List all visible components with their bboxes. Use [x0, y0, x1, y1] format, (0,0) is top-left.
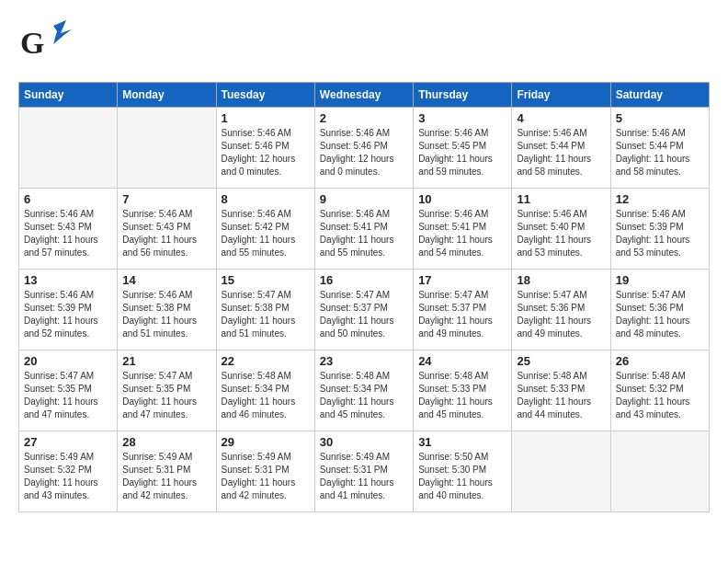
week-row-1: 6Sunrise: 5:46 AMSunset: 5:43 PMDaylight…: [19, 189, 710, 270]
calendar-cell: 2Sunrise: 5:46 AMSunset: 5:46 PMDaylight…: [314, 108, 413, 189]
day-number: 1: [222, 111, 310, 125]
calendar-cell: 8Sunrise: 5:46 AMSunset: 5:42 PMDaylight…: [216, 189, 314, 270]
calendar-cell: [118, 108, 216, 189]
weekday-header-wednesday: Wednesday: [314, 83, 413, 108]
calendar-cell: [610, 431, 709, 512]
day-info: Sunrise: 5:46 AMSunset: 5:41 PMDaylight:…: [418, 208, 506, 259]
day-number: 16: [320, 273, 408, 287]
day-info: Sunrise: 5:46 AMSunset: 5:39 PMDaylight:…: [24, 289, 112, 340]
calendar-cell: 17Sunrise: 5:47 AMSunset: 5:37 PMDayligh…: [414, 270, 512, 350]
calendar-cell: 26Sunrise: 5:48 AMSunset: 5:32 PMDayligh…: [610, 350, 709, 431]
day-info: Sunrise: 5:47 AMSunset: 5:35 PMDaylight:…: [24, 370, 112, 421]
calendar-cell: 18Sunrise: 5:47 AMSunset: 5:36 PMDayligh…: [512, 270, 610, 350]
day-info: Sunrise: 5:46 AMSunset: 5:43 PMDaylight:…: [122, 208, 210, 259]
day-info: Sunrise: 5:46 AMSunset: 5:46 PMDaylight:…: [222, 127, 310, 178]
day-info: Sunrise: 5:48 AMSunset: 5:32 PMDaylight:…: [616, 370, 704, 421]
day-number: 18: [517, 273, 605, 287]
day-info: Sunrise: 5:47 AMSunset: 5:37 PMDaylight:…: [418, 289, 506, 340]
weekday-header-row: SundayMondayTuesdayWednesdayThursdayFrid…: [19, 83, 710, 108]
day-number: 25: [517, 354, 605, 368]
logo-icon: G: [18, 18, 74, 69]
day-info: Sunrise: 5:47 AMSunset: 5:35 PMDaylight:…: [122, 370, 210, 421]
day-info: Sunrise: 5:46 AMSunset: 5:45 PMDaylight:…: [418, 127, 506, 178]
logo: G: [18, 18, 77, 73]
day-info: Sunrise: 5:48 AMSunset: 5:33 PMDaylight:…: [418, 370, 506, 421]
calendar-cell: 23Sunrise: 5:48 AMSunset: 5:34 PMDayligh…: [314, 350, 413, 431]
calendar-cell: 30Sunrise: 5:49 AMSunset: 5:31 PMDayligh…: [314, 431, 413, 512]
calendar-cell: 13Sunrise: 5:46 AMSunset: 5:39 PMDayligh…: [19, 270, 118, 350]
day-info: Sunrise: 5:47 AMSunset: 5:36 PMDaylight:…: [616, 289, 704, 340]
day-info: Sunrise: 5:46 AMSunset: 5:43 PMDaylight:…: [24, 208, 112, 259]
calendar-cell: 12Sunrise: 5:46 AMSunset: 5:39 PMDayligh…: [610, 189, 709, 270]
calendar-table: SundayMondayTuesdayWednesdayThursdayFrid…: [18, 82, 710, 512]
calendar-cell: 29Sunrise: 5:49 AMSunset: 5:31 PMDayligh…: [216, 431, 314, 512]
day-number: 7: [122, 192, 210, 206]
day-number: 17: [418, 273, 506, 287]
day-info: Sunrise: 5:49 AMSunset: 5:32 PMDaylight:…: [24, 451, 112, 502]
day-info: Sunrise: 5:46 AMSunset: 5:40 PMDaylight:…: [517, 208, 605, 259]
day-info: Sunrise: 5:47 AMSunset: 5:36 PMDaylight:…: [517, 289, 605, 340]
day-number: 27: [24, 435, 112, 449]
svg-marker-1: [53, 20, 72, 44]
day-number: 29: [222, 435, 310, 449]
calendar-cell: 7Sunrise: 5:46 AMSunset: 5:43 PMDaylight…: [118, 189, 216, 270]
calendar-cell: 22Sunrise: 5:48 AMSunset: 5:34 PMDayligh…: [216, 350, 314, 431]
calendar-cell: 5Sunrise: 5:46 AMSunset: 5:44 PMDaylight…: [610, 108, 709, 189]
day-number: 11: [517, 192, 605, 206]
calendar-cell: 15Sunrise: 5:47 AMSunset: 5:38 PMDayligh…: [216, 270, 314, 350]
day-number: 26: [616, 354, 704, 368]
day-number: 3: [418, 111, 506, 125]
week-row-4: 27Sunrise: 5:49 AMSunset: 5:32 PMDayligh…: [19, 431, 710, 512]
calendar-cell: 21Sunrise: 5:47 AMSunset: 5:35 PMDayligh…: [118, 350, 216, 431]
calendar-cell: [512, 431, 610, 512]
day-number: 14: [122, 273, 210, 287]
calendar-cell: [19, 108, 118, 189]
day-number: 24: [418, 354, 506, 368]
calendar-cell: 1Sunrise: 5:46 AMSunset: 5:46 PMDaylight…: [216, 108, 314, 189]
weekday-header-thursday: Thursday: [414, 83, 512, 108]
day-info: Sunrise: 5:49 AMSunset: 5:31 PMDaylight:…: [320, 451, 408, 502]
calendar-cell: 20Sunrise: 5:47 AMSunset: 5:35 PMDayligh…: [19, 350, 118, 431]
calendar-cell: 24Sunrise: 5:48 AMSunset: 5:33 PMDayligh…: [414, 350, 512, 431]
day-info: Sunrise: 5:46 AMSunset: 5:44 PMDaylight:…: [517, 127, 605, 178]
day-number: 4: [517, 111, 605, 125]
day-info: Sunrise: 5:46 AMSunset: 5:46 PMDaylight:…: [320, 127, 408, 178]
day-number: 22: [222, 354, 310, 368]
day-info: Sunrise: 5:46 AMSunset: 5:44 PMDaylight:…: [616, 127, 704, 178]
day-info: Sunrise: 5:48 AMSunset: 5:33 PMDaylight:…: [517, 370, 605, 421]
calendar-cell: 27Sunrise: 5:49 AMSunset: 5:32 PMDayligh…: [19, 431, 118, 512]
weekday-header-saturday: Saturday: [610, 83, 709, 108]
day-number: 15: [222, 273, 310, 287]
calendar-cell: 16Sunrise: 5:47 AMSunset: 5:37 PMDayligh…: [314, 270, 413, 350]
day-number: 30: [320, 435, 408, 449]
day-info: Sunrise: 5:47 AMSunset: 5:38 PMDaylight:…: [222, 289, 310, 340]
day-info: Sunrise: 5:47 AMSunset: 5:37 PMDaylight:…: [320, 289, 408, 340]
week-row-2: 13Sunrise: 5:46 AMSunset: 5:39 PMDayligh…: [19, 270, 710, 350]
calendar-cell: 28Sunrise: 5:49 AMSunset: 5:31 PMDayligh…: [118, 431, 216, 512]
calendar-cell: 31Sunrise: 5:50 AMSunset: 5:30 PMDayligh…: [414, 431, 512, 512]
day-info: Sunrise: 5:46 AMSunset: 5:39 PMDaylight:…: [616, 208, 704, 259]
svg-text:G: G: [20, 26, 44, 60]
calendar-cell: 25Sunrise: 5:48 AMSunset: 5:33 PMDayligh…: [512, 350, 610, 431]
weekday-header-sunday: Sunday: [19, 83, 118, 108]
day-info: Sunrise: 5:46 AMSunset: 5:42 PMDaylight:…: [222, 208, 310, 259]
calendar-cell: 9Sunrise: 5:46 AMSunset: 5:41 PMDaylight…: [314, 189, 413, 270]
day-number: 12: [616, 192, 704, 206]
page-header: G: [18, 18, 710, 73]
day-number: 6: [24, 192, 112, 206]
day-number: 28: [122, 435, 210, 449]
day-info: Sunrise: 5:49 AMSunset: 5:31 PMDaylight:…: [222, 451, 310, 502]
week-row-3: 20Sunrise: 5:47 AMSunset: 5:35 PMDayligh…: [19, 350, 710, 431]
day-number: 21: [122, 354, 210, 368]
calendar-cell: 6Sunrise: 5:46 AMSunset: 5:43 PMDaylight…: [19, 189, 118, 270]
calendar-cell: 3Sunrise: 5:46 AMSunset: 5:45 PMDaylight…: [414, 108, 512, 189]
day-number: 2: [320, 111, 408, 125]
day-info: Sunrise: 5:48 AMSunset: 5:34 PMDaylight:…: [222, 370, 310, 421]
weekday-header-monday: Monday: [118, 83, 216, 108]
day-info: Sunrise: 5:46 AMSunset: 5:41 PMDaylight:…: [320, 208, 408, 259]
weekday-header-tuesday: Tuesday: [216, 83, 314, 108]
day-number: 9: [320, 192, 408, 206]
day-number: 19: [616, 273, 704, 287]
day-info: Sunrise: 5:50 AMSunset: 5:30 PMDaylight:…: [418, 451, 506, 502]
day-info: Sunrise: 5:48 AMSunset: 5:34 PMDaylight:…: [320, 370, 408, 421]
